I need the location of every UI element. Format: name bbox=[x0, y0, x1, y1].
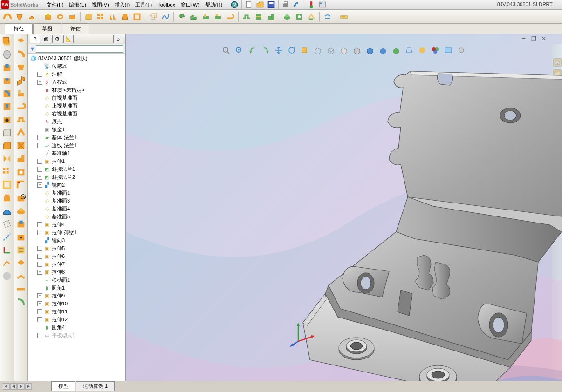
tree-item[interactable]: ◇基准面4 bbox=[28, 205, 125, 213]
revolved-cut-icon[interactable] bbox=[55, 11, 66, 22]
expand-icon[interactable] bbox=[37, 190, 42, 196]
fillet-icon[interactable] bbox=[83, 11, 94, 22]
tree-item[interactable]: ↔移动面1 bbox=[28, 276, 125, 284]
tree-item[interactable]: ◗圆角4 bbox=[28, 324, 125, 331]
expand-icon[interactable] bbox=[37, 198, 42, 203]
vent-icon[interactable] bbox=[294, 11, 305, 22]
tree-item[interactable]: +▣拉伸-薄壁1 bbox=[28, 229, 125, 237]
ref-geom-icon[interactable] bbox=[148, 11, 159, 22]
expand-icon[interactable] bbox=[37, 127, 42, 132]
expand-icon[interactable]: + bbox=[37, 270, 42, 275]
draft-icon[interactable] bbox=[119, 11, 130, 22]
rebuild-icon[interactable] bbox=[306, 0, 317, 10]
extruded-cut-icon[interactable] bbox=[42, 11, 54, 22]
chamfer-icon[interactable] bbox=[1, 140, 13, 151]
tree-item[interactable]: +▣拉伸11 bbox=[28, 308, 125, 316]
plane-icon[interactable] bbox=[1, 218, 13, 230]
coord-icon[interactable] bbox=[1, 244, 13, 256]
tree-item[interactable]: +A注解 bbox=[28, 70, 125, 78]
expand-icon[interactable] bbox=[37, 64, 42, 69]
zoom-area-icon[interactable] bbox=[233, 45, 246, 55]
wizard-icon[interactable] bbox=[67, 11, 78, 22]
hlr-icon[interactable] bbox=[338, 45, 350, 55]
tree-tab-feature-icon[interactable]: 🗋 bbox=[30, 35, 40, 43]
pattern-icon[interactable] bbox=[95, 11, 106, 22]
edit-scene-icon[interactable] bbox=[442, 45, 454, 55]
menu-file[interactable]: 文件(F) bbox=[44, 0, 66, 9]
rib-icon[interactable] bbox=[107, 11, 118, 22]
expand-icon[interactable]: + bbox=[37, 222, 42, 227]
view-settings-icon[interactable] bbox=[455, 45, 467, 55]
appearance-icon[interactable] bbox=[429, 45, 441, 55]
lofted-cut-icon[interactable] bbox=[1, 101, 13, 112]
sm-lofted-bend-icon[interactable] bbox=[15, 62, 27, 73]
tree-item[interactable]: +▣拉伸4 bbox=[28, 221, 125, 229]
tree-item[interactable]: +▣拉伸12 bbox=[28, 316, 125, 324]
expand-icon[interactable]: + bbox=[37, 301, 42, 306]
info-icon[interactable]: i bbox=[1, 270, 13, 282]
linear-pattern-icon[interactable] bbox=[1, 166, 13, 177]
revolve-boss-icon[interactable] bbox=[1, 49, 13, 60]
section-view-icon[interactable] bbox=[260, 45, 272, 55]
expand-icon[interactable]: + bbox=[37, 309, 42, 314]
sm-weld-corner-icon[interactable] bbox=[15, 179, 27, 190]
tree-item[interactable]: 📡传感器 bbox=[28, 62, 125, 70]
sm-vent-icon[interactable] bbox=[15, 244, 27, 256]
expand-icon[interactable]: + bbox=[37, 333, 42, 338]
tree-item[interactable]: +▞镜向2 bbox=[28, 181, 125, 189]
shadow-icon[interactable] bbox=[390, 45, 402, 55]
expand-icon[interactable]: + bbox=[37, 182, 42, 188]
sm-flatten-icon[interactable] bbox=[15, 284, 27, 295]
swept-boss-icon[interactable] bbox=[2, 11, 13, 22]
tree-item[interactable]: +▣拉伸6 bbox=[28, 252, 125, 260]
tree-item[interactable]: +◩斜接法兰2 bbox=[28, 173, 125, 181]
feature-tree[interactable]: 🧊 8JV.043.30501 (默认) 📡传感器+A注解+Σ方程式≡材质 <未… bbox=[28, 54, 125, 381]
new-icon[interactable] bbox=[243, 0, 254, 10]
tree-item[interactable]: +▣拉伸5 bbox=[28, 244, 125, 252]
tree-item[interactable]: +▣拉伸1 bbox=[28, 157, 125, 165]
tree-item[interactable]: +Σ方程式 bbox=[28, 78, 125, 86]
sm-no-bends-icon[interactable] bbox=[15, 297, 27, 308]
options-icon[interactable] bbox=[317, 0, 328, 10]
tree-item[interactable]: +▰基体-法兰1 bbox=[28, 134, 125, 142]
save-icon[interactable] bbox=[266, 0, 277, 10]
lofted-boss-icon[interactable] bbox=[14, 11, 25, 22]
expand-icon[interactable]: + bbox=[37, 246, 42, 251]
perspective-icon[interactable] bbox=[403, 45, 415, 55]
tree-item[interactable]: ◇上视基准面 bbox=[28, 102, 125, 110]
mdi-close-icon[interactable]: ✕ bbox=[540, 35, 548, 42]
scene-icon[interactable] bbox=[416, 45, 428, 55]
expand-icon[interactable]: + bbox=[37, 317, 42, 322]
sm-jog-icon[interactable] bbox=[15, 114, 27, 125]
menu-view[interactable]: 视图(V) bbox=[89, 0, 112, 9]
expand-icon[interactable] bbox=[37, 103, 42, 108]
tree-tab-dim-icon[interactable]: 📐 bbox=[63, 35, 74, 43]
expand-icon[interactable] bbox=[37, 277, 42, 283]
wireframe-icon[interactable] bbox=[325, 45, 337, 55]
menu-tools[interactable]: 工具(T) bbox=[132, 0, 155, 9]
tree-item[interactable]: ◗圆角1 bbox=[28, 284, 125, 292]
sm-simple-hole-icon[interactable] bbox=[15, 231, 27, 243]
tree-item[interactable]: +▣拉伸8 bbox=[28, 268, 125, 276]
tree-item[interactable]: +▣拉伸7 bbox=[28, 260, 125, 268]
expand-icon[interactable] bbox=[37, 214, 42, 219]
sm-base-flange-icon[interactable] bbox=[15, 36, 27, 47]
sm-edge-flange-icon[interactable] bbox=[15, 75, 27, 86]
mdi-restore-icon[interactable]: ❐ bbox=[529, 35, 538, 42]
sm-sketched-bend-icon[interactable] bbox=[15, 127, 27, 138]
zoom-fit-icon[interactable] bbox=[220, 45, 233, 55]
expand-icon[interactable]: + bbox=[37, 167, 42, 172]
tree-item[interactable]: +▱边线-法兰1 bbox=[28, 142, 125, 149]
expand-icon[interactable] bbox=[37, 95, 42, 101]
measure-icon[interactable] bbox=[338, 11, 350, 22]
expand-icon[interactable] bbox=[37, 238, 42, 243]
expand-icon[interactable]: + bbox=[37, 143, 42, 148]
expand-icon[interactable] bbox=[37, 206, 42, 211]
swept-cut-icon[interactable] bbox=[1, 88, 13, 99]
tree-item[interactable]: ◇前视基准面 bbox=[28, 94, 125, 102]
mirror-feature-icon[interactable] bbox=[1, 153, 13, 164]
tab-evaluate[interactable]: 评估 bbox=[62, 23, 89, 34]
expand-icon[interactable] bbox=[37, 151, 42, 156]
3dsketch-icon[interactable] bbox=[1, 257, 13, 269]
tree-item[interactable]: ≡材质 <未指定> bbox=[28, 86, 125, 94]
